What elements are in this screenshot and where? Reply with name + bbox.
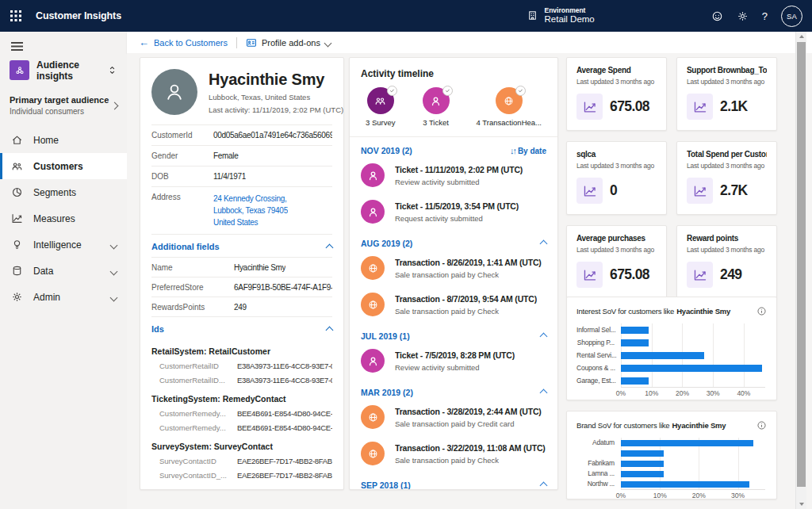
scroll-up-arrow-icon[interactable] bbox=[796, 32, 806, 41]
sidebar-item-customers[interactable]: Customers bbox=[0, 153, 127, 179]
additional-fields-header[interactable]: Additional fields bbox=[151, 234, 332, 257]
audience-selector[interactable]: Primary target audience Individual consu… bbox=[0, 94, 127, 116]
entry-title: Ticket - 11/5/2019, 3:54 PM (UTC) bbox=[395, 201, 519, 211]
timeline-month-header[interactable]: AUG 2019 (2) bbox=[361, 239, 546, 248]
line-chart-icon bbox=[687, 178, 713, 204]
activity-filter-transaction[interactable]: 4 TransactionHea... bbox=[477, 87, 542, 127]
line-chart-icon bbox=[576, 94, 603, 120]
activity-filter-ticket[interactable]: 3 Ticket bbox=[423, 87, 450, 127]
left-sidebar: Audience insights Primary target audienc… bbox=[0, 32, 127, 509]
chart-category-label: Informal Sel... bbox=[576, 323, 615, 336]
timeline-month-header[interactable]: MAR 2019 (2) bbox=[361, 388, 546, 397]
product-switcher[interactable]: Audience insights bbox=[0, 59, 127, 82]
help-icon[interactable]: ? bbox=[762, 10, 768, 22]
id-label: CustomerRetailID bbox=[151, 361, 237, 371]
sidebar-item-segments[interactable]: Segments bbox=[0, 179, 127, 205]
kpi-card-reward-points[interactable]: Reward pointsLast updated 3 months ago24… bbox=[676, 225, 777, 299]
chart-gridline bbox=[713, 323, 714, 387]
kpi-card-sqlca[interactable]: sqlcaLast updated 3 months ago0 bbox=[566, 141, 667, 215]
field-label: Address bbox=[151, 193, 213, 201]
field-value: 6AF9F91B-50BE-474F-A1F9-76A62... bbox=[234, 283, 332, 292]
chart-category-label: Lamna ... bbox=[576, 469, 615, 479]
chart-category-label: Rental Servi... bbox=[576, 349, 615, 362]
profile-field-row: DOB11/4/1971 bbox=[151, 166, 332, 186]
customer-location: Lubbock, Texas, United States bbox=[209, 93, 343, 101]
id-value: E38A3973-11E6-4CC8-93E7-0D882... bbox=[237, 361, 332, 371]
activity-timeline-title: Activity timeline bbox=[361, 58, 546, 79]
chart-bar bbox=[621, 352, 704, 359]
info-icon[interactable] bbox=[756, 420, 767, 431]
sidebar-item-data[interactable]: Data bbox=[0, 258, 127, 284]
kpi-value: 675.08 bbox=[610, 266, 649, 283]
field-label: DOB bbox=[151, 172, 213, 181]
id-value: E38A3973-11E6-4CC8-93E7-0D882... bbox=[237, 375, 332, 385]
timeline-month-header[interactable]: SEP 2018 (1) bbox=[361, 480, 546, 490]
check-badge-icon bbox=[515, 86, 526, 96]
chevron-down-icon bbox=[111, 266, 117, 277]
kpi-title: sqlca bbox=[576, 150, 657, 159]
timeline-entry[interactable]: Ticket - 11/5/2019, 3:54 PM (UTC)Request… bbox=[361, 193, 546, 230]
timeline-entry[interactable]: Ticket - 11/11/2019, 2:02 PM (UTC)Review… bbox=[361, 157, 546, 193]
timeline-entry[interactable]: Transaction - 8/7/2019, 9:54 AM (UTC)Sal… bbox=[361, 286, 546, 323]
scroll-down-arrow-icon[interactable] bbox=[796, 499, 806, 509]
environment-picker[interactable]: Environment Retail Demo bbox=[527, 7, 594, 25]
id-groups: RetailSystem: RetailCustomerCustomerReta… bbox=[151, 339, 332, 490]
sidebar-item-admin[interactable]: Admin bbox=[0, 284, 127, 310]
scrollbar-thumb[interactable] bbox=[797, 42, 806, 487]
audience-subtitle: Individual consumers bbox=[10, 107, 109, 116]
kpi-card-average-purchases[interactable]: Average purchasesLast updated 3 months a… bbox=[566, 225, 667, 299]
settings-gear-icon[interactable] bbox=[737, 10, 749, 22]
brand-sov-card: Brand SoV for customers like Hyacinthie … bbox=[566, 411, 777, 499]
chevron-down-icon bbox=[325, 38, 331, 48]
audience-title: Primary target audience bbox=[10, 94, 109, 105]
sidebar-item-measures[interactable]: Measures bbox=[0, 205, 127, 232]
kpi-card-total-spend-per-customer[interactable]: Total Spend per CustomerLast updated 3 m… bbox=[676, 141, 777, 215]
check-badge-icon bbox=[387, 86, 397, 96]
chart-axis-tick: 40% bbox=[737, 389, 750, 397]
activity-filters: 3 Survey3 Ticket4 TransactionHea... bbox=[361, 79, 546, 127]
kpi-card-average-spend[interactable]: Average SpendLast updated 3 months ago67… bbox=[566, 57, 667, 131]
hamburger-menu-icon[interactable] bbox=[11, 42, 23, 44]
timeline-entry[interactable]: Transaction - 3/22/2019, 11:08 AM (UTC)S… bbox=[361, 435, 546, 472]
app-launcher-waffle-icon[interactable] bbox=[10, 10, 21, 21]
activity-filter-survey[interactable]: 3 Survey bbox=[366, 87, 396, 127]
kpi-value: 249 bbox=[720, 266, 741, 283]
chart-category-label: Shopping P... bbox=[576, 336, 615, 349]
chevron-up-icon bbox=[326, 244, 334, 252]
id-row: CustomerRetailID...E38A3973-11E6-4CC8-93… bbox=[151, 373, 332, 387]
chart-bar bbox=[621, 327, 649, 334]
sidebar-item-home[interactable]: Home bbox=[0, 127, 127, 153]
timeline-month-header[interactable]: NOV 2019 (2)↓↑By date bbox=[361, 146, 546, 155]
back-to-customers-link[interactable]: ← Back to Customers bbox=[139, 37, 228, 48]
feedback-smiley-icon[interactable] bbox=[711, 10, 723, 22]
home-icon bbox=[10, 134, 23, 146]
id-group: SurveySystem: SurveyContactSurveyContact… bbox=[151, 434, 332, 482]
user-avatar[interactable]: SA bbox=[781, 6, 802, 27]
app-title: Customer Insights bbox=[36, 10, 121, 21]
chart-gridline bbox=[744, 323, 745, 387]
chart-bar bbox=[621, 377, 649, 385]
timeline-divider bbox=[350, 136, 557, 137]
kpi-updated: Last updated 3 months ago bbox=[576, 162, 657, 170]
environment-label: Environment bbox=[544, 7, 594, 15]
kpi-card-support-brownbag-total[interactable]: Support Brownbag_Total...Last updated 3 … bbox=[676, 57, 777, 131]
sort-by-date-button[interactable]: ↓↑By date bbox=[510, 146, 546, 155]
vertical-scrollbar[interactable] bbox=[795, 32, 806, 509]
id-label: CustomerRemedy... bbox=[151, 423, 237, 433]
brand-sov-chart: AdatumFabrikamLamna ...Northw ...0%10%20… bbox=[576, 438, 767, 499]
timeline-entry[interactable]: Transaction - 3/28/2019, 2:44 AM (UTC)Sa… bbox=[361, 399, 546, 435]
ticket-icon bbox=[361, 163, 385, 187]
profile-addons-button[interactable]: Profile add-ons bbox=[246, 37, 331, 48]
sort-arrows-icon: ↓↑ bbox=[510, 146, 515, 155]
timeline-month-header[interactable]: JUL 2019 (1) bbox=[361, 331, 546, 341]
id-value: BEE4B691-E854-4D80-94CE-4A730... bbox=[237, 423, 332, 433]
timeline-entry[interactable]: Transaction - 8/26/2019, 1:41 AM (UTC)Sa… bbox=[361, 250, 546, 286]
address-link[interactable]: 24 Kennedy Crossing, Lubbock, Texas 7940… bbox=[213, 193, 288, 228]
info-icon[interactable] bbox=[756, 306, 767, 316]
chart-axis-tick: 30% bbox=[707, 389, 720, 397]
timeline-entry[interactable]: Ticket - 7/5/2019, 8:28 PM (UTC)Review a… bbox=[361, 343, 546, 379]
field-label: PreferredStore bbox=[151, 283, 234, 292]
sidebar-item-intelligence[interactable]: Intelligence bbox=[0, 232, 127, 258]
ids-header[interactable]: Ids bbox=[151, 316, 332, 339]
kpi-updated: Last updated 3 months ago bbox=[576, 246, 657, 254]
